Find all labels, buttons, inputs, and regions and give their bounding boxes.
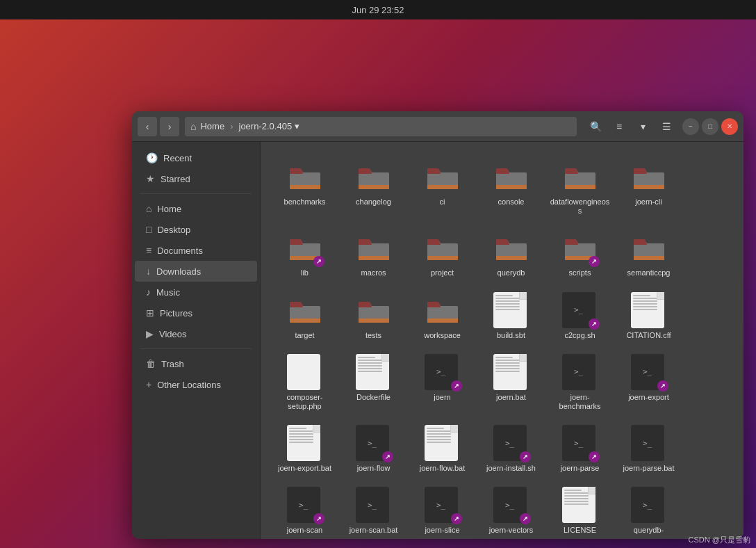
file-item-joern-cli[interactable]: joern-cli xyxy=(616,153,682,221)
datetime: Jun 29 23:52 xyxy=(352,5,404,15)
dropdown-icon: ▾ xyxy=(295,121,299,131)
file-item-console[interactable]: console xyxy=(478,153,544,221)
search-button[interactable]: 🔍 xyxy=(585,117,606,136)
file-icon-build-sbt xyxy=(493,292,529,328)
home-icon: ⌂ xyxy=(146,203,151,214)
file-item-target[interactable]: target xyxy=(272,287,338,346)
file-icon-joern-export: >_↗ xyxy=(631,354,667,390)
file-manager-window: ‹ › ⌂ Home › joern-2.0.405 ▾ 🔍 ≡ ▾ xyxy=(132,111,743,539)
file-icon-dockerfile xyxy=(356,354,392,390)
file-item-dockerfile[interactable]: Dockerfile xyxy=(340,348,406,417)
path-separator: › xyxy=(230,121,233,131)
window-controls: − □ ✕ xyxy=(682,118,738,135)
file-item-querydb[interactable]: querydb xyxy=(478,224,544,283)
sidebar-item-recent[interactable]: 🕐Recent xyxy=(135,147,257,168)
recent-icon: 🕐 xyxy=(146,152,158,163)
file-item-joern-parse-bat[interactable]: >_joern-parse.bat xyxy=(616,419,682,478)
list-view-button[interactable]: ≡ xyxy=(609,117,630,136)
forward-icon: › xyxy=(168,121,172,132)
file-label-joern-scan-bat: joern-scan.bat xyxy=(350,526,398,535)
forward-button[interactable]: › xyxy=(160,117,179,136)
file-item-joern-flow[interactable]: >_↗joern-flow xyxy=(340,419,406,478)
file-item-project[interactable]: project xyxy=(409,224,475,283)
search-icon: 🔍 xyxy=(590,121,602,132)
file-item-joern-vectors[interactable]: >_↗joern-vectors xyxy=(478,481,544,539)
file-icon-querydb xyxy=(493,229,529,266)
view-options-button[interactable]: ▾ xyxy=(632,117,653,136)
file-item-joern-export[interactable]: >_↗joern-export xyxy=(616,348,682,417)
svg-rect-19 xyxy=(496,256,527,260)
file-item-citation-cff[interactable]: CITATION.cff xyxy=(616,287,682,346)
sidebar-divider xyxy=(140,193,252,194)
file-item-lib[interactable]: ↗lib xyxy=(272,224,338,283)
sidebar-item-videos[interactable]: ▶Videos xyxy=(135,323,257,344)
minimize-icon: − xyxy=(689,122,693,130)
file-icon-project xyxy=(425,229,461,266)
file-icon-citation-cff xyxy=(631,292,667,328)
file-item-dataflowengineoss[interactable]: dataflowengineoss xyxy=(547,153,613,221)
file-item-joern-slice[interactable]: >_↗joern-slice xyxy=(409,481,475,539)
file-item-joern-export-bat[interactable]: joern-export.bat xyxy=(272,419,338,478)
symlink-badge-joern-export: ↗ xyxy=(657,380,668,392)
file-item-build-sbt[interactable]: build.sbt xyxy=(478,287,544,346)
menu-button[interactable]: ☰ xyxy=(656,117,677,136)
file-item-joern[interactable]: >_↗joern xyxy=(409,348,475,417)
file-item-joern-parse[interactable]: >_↗joern-parse xyxy=(547,419,613,478)
home-breadcrumb-icon: ⌂ xyxy=(190,121,196,132)
file-icon-joern-parse: >_↗ xyxy=(562,425,598,461)
file-label-querydb2: querydb- xyxy=(634,526,664,535)
back-button[interactable]: ‹ xyxy=(138,117,157,136)
sidebar-item-pictures[interactable]: ⊞Pictures xyxy=(135,303,257,323)
file-item-benchmarks[interactable]: benchmarks xyxy=(272,153,338,221)
maximize-button[interactable]: □ xyxy=(702,118,718,135)
location-bar[interactable]: ⌂ Home › joern-2.0.405 ▾ xyxy=(185,117,577,136)
file-icon-joern-cli xyxy=(631,159,667,195)
view-options-icon: ▾ xyxy=(641,121,646,132)
file-item-changelog[interactable]: changelog xyxy=(340,153,406,221)
file-item-querydb2[interactable]: >_querydb- xyxy=(616,481,682,539)
file-item-joern-flow-bat[interactable]: joern-flow.bat xyxy=(409,419,475,478)
sidebar-item-documents[interactable]: ≡Documents xyxy=(135,240,257,261)
sidebar-item-trash[interactable]: 🗑Trash xyxy=(135,353,257,374)
file-label-tests: tests xyxy=(365,331,381,340)
symlink-badge-joern-scan: ↗ xyxy=(313,513,324,524)
sidebar-item-home[interactable]: ⌂Home xyxy=(135,198,257,219)
file-item-joern-scan-bat[interactable]: >_joern-scan.bat xyxy=(340,481,406,539)
sidebar-item-starred[interactable]: ★Starred xyxy=(135,168,257,189)
file-label-macros: macros xyxy=(361,268,386,277)
svg-rect-27 xyxy=(359,319,389,323)
file-icon-tests xyxy=(356,292,392,328)
file-item-workspace[interactable]: workspace xyxy=(409,287,475,346)
file-item-c2cpg-sh[interactable]: >_↗c2cpg.sh xyxy=(547,287,613,346)
file-item-license[interactable]: LICENSE xyxy=(547,481,613,539)
file-item-joern-install-sh[interactable]: >_↗joern-install.sh xyxy=(478,419,544,478)
svg-rect-9 xyxy=(565,185,595,189)
file-icon-joern-benchmarks: >_ xyxy=(562,354,598,390)
file-item-scripts[interactable]: ↗scripts xyxy=(547,224,613,283)
file-label-dockerfile: Dockerfile xyxy=(356,393,391,402)
sidebar-item-desktop[interactable]: □Desktop xyxy=(135,219,257,240)
file-item-tests[interactable]: tests xyxy=(340,287,406,346)
file-label-joern-parse: joern-parse xyxy=(561,464,600,473)
file-item-macros[interactable]: macros xyxy=(340,224,406,283)
close-button[interactable]: ✕ xyxy=(721,118,738,135)
file-item-joern-scan[interactable]: >_↗joern-scan xyxy=(272,481,338,539)
symlink-badge-scripts: ↗ xyxy=(589,256,600,267)
file-label-joern-export-bat: joern-export.bat xyxy=(278,464,331,473)
file-item-joern-benchmarks[interactable]: >_joern-benchmarks xyxy=(547,348,613,417)
file-item-semanticcpg[interactable]: semanticcpg xyxy=(616,224,682,283)
file-item-composer-setup-php[interactable]: composer-setup.php xyxy=(272,348,338,417)
file-item-joern-bat[interactable]: joern.bat xyxy=(478,348,544,417)
sidebar-item-label-music: Music xyxy=(156,287,180,298)
file-label-composer-setup-php: composer-setup.php xyxy=(274,393,335,411)
top-bar: Jun 29 23:52 xyxy=(0,0,756,19)
file-item-ci[interactable]: ci xyxy=(409,153,475,221)
sidebar-item-other-locations[interactable]: +Other Locations xyxy=(135,374,257,395)
svg-rect-25 xyxy=(290,319,320,323)
file-icon-joern-install-sh: >_↗ xyxy=(493,425,529,461)
file-icon-joern-parse-bat: >_ xyxy=(631,425,667,461)
sidebar-item-downloads[interactable]: ↓Downloads xyxy=(135,261,257,282)
sidebar-item-music[interactable]: ♪Music xyxy=(135,282,257,303)
symlink-badge-joern: ↗ xyxy=(451,380,462,392)
minimize-button[interactable]: − xyxy=(682,118,699,135)
